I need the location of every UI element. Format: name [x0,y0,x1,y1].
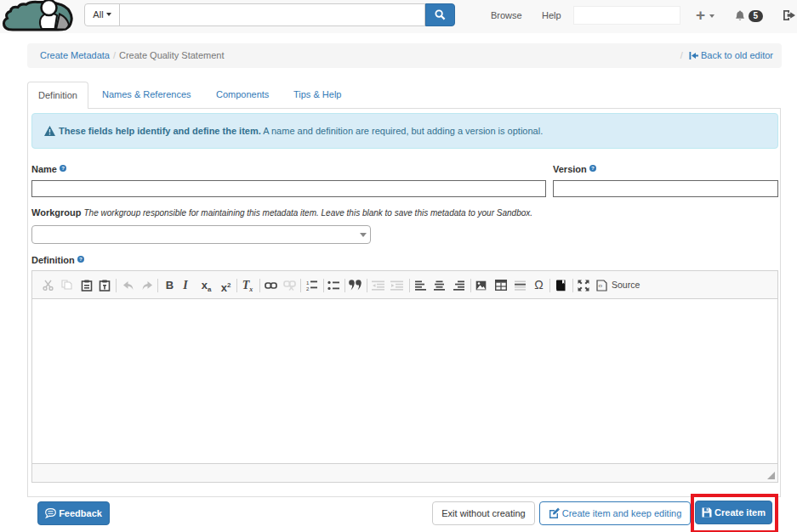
svg-text:1: 1 [306,280,310,286]
svg-text:‹›: ‹› [598,283,602,289]
svg-text:2: 2 [306,286,310,291]
